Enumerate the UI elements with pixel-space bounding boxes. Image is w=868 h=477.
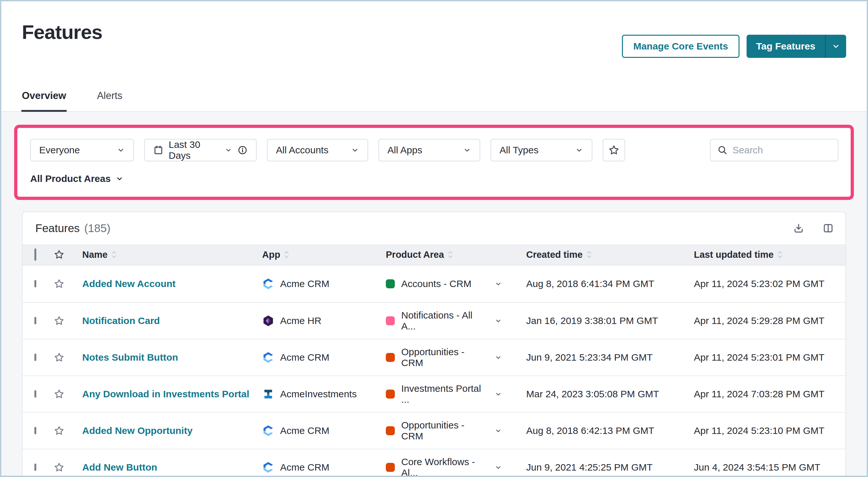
- product-area-dropdown[interactable]: [494, 390, 502, 398]
- feature-name-link[interactable]: Notification Card: [82, 315, 160, 326]
- tab-bar: Overview Alerts: [1, 90, 867, 112]
- feature-name-link[interactable]: Any Download in Investments Portal: [82, 389, 249, 399]
- product-area-color-swatch: [386, 279, 395, 288]
- chevron-down-icon: [831, 42, 840, 51]
- column-header-name[interactable]: Name: [82, 249, 117, 260]
- star-icon: [54, 315, 65, 326]
- acme-crm-icon: [262, 425, 274, 437]
- chevron-down-icon: [463, 146, 471, 154]
- columns-icon[interactable]: [823, 222, 834, 234]
- column-header-created-time[interactable]: Created time: [526, 249, 592, 260]
- date-range-value: Last 30 Days: [169, 139, 219, 161]
- chevron-down-icon: [575, 146, 583, 154]
- product-area-dropdown[interactable]: [494, 280, 502, 288]
- table-header-actions: [793, 222, 834, 234]
- filter-bar: Everyone Last 30 Days: [17, 128, 851, 197]
- page-content: Everyone Last 30 Days: [1, 112, 867, 477]
- column-header-product-area[interactable]: Product Area: [386, 249, 453, 260]
- download-icon[interactable]: [793, 222, 804, 234]
- segment-select-value: Everyone: [39, 145, 117, 155]
- accounts-select-value: All Accounts: [276, 145, 351, 155]
- last-updated-time: Apr 11, 2024 5:29:28 PM GMT: [694, 315, 824, 326]
- segment-select[interactable]: Everyone: [30, 139, 134, 161]
- info-icon[interactable]: [238, 145, 248, 155]
- table-body: Added New Account Acme CRM Accounts - CR…: [23, 266, 845, 477]
- row-checkbox[interactable]: [34, 354, 36, 361]
- favorite-star[interactable]: [54, 278, 76, 289]
- column-header-last-updated-time[interactable]: Last updated time: [694, 249, 782, 260]
- star-icon: [54, 352, 65, 363]
- feature-name-link[interactable]: Added New Account: [82, 278, 176, 289]
- chevron-down-icon: [224, 146, 232, 154]
- date-range-select[interactable]: Last 30 Days: [144, 139, 257, 161]
- created-time: Jun 9, 2021 5:23:34 PM GMT: [526, 352, 653, 363]
- chevron-down-icon: [115, 175, 124, 183]
- sort-icon[interactable]: [448, 250, 453, 259]
- feature-name-link[interactable]: Add New Button: [82, 462, 157, 473]
- product-areas-value: All Product Areas: [30, 173, 111, 184]
- row-checkbox[interactable]: [34, 280, 36, 287]
- sort-icon[interactable]: [587, 250, 592, 259]
- product-area-color-swatch: [386, 390, 395, 398]
- product-area-dropdown[interactable]: [494, 426, 502, 435]
- favorite-star[interactable]: [54, 425, 76, 436]
- feature-name-link[interactable]: Notes Submit Button: [82, 352, 178, 363]
- table-row: Added New Opportunity Acme CRM Opportuni…: [23, 412, 845, 449]
- tab-overview[interactable]: Overview: [22, 90, 66, 111]
- feature-name-link[interactable]: Added New Opportunity: [82, 425, 192, 436]
- created-time: Jun 9, 2021 4:25:25 PM GMT: [526, 462, 653, 473]
- app-name: Acme CRM: [280, 462, 329, 473]
- product-area-dropdown[interactable]: [494, 317, 502, 325]
- product-area-dropdown[interactable]: [494, 353, 502, 362]
- acme-crm-icon: [262, 351, 274, 363]
- created-time: Mar 24, 2023 3:05:08 PM GMT: [526, 389, 659, 399]
- filter-row-primary: Everyone Last 30 Days: [30, 139, 838, 161]
- sort-icon[interactable]: [284, 250, 289, 259]
- app-name: Acme HR: [280, 315, 321, 326]
- favorite-star[interactable]: [54, 352, 76, 363]
- favorite-star[interactable]: [54, 315, 76, 326]
- tag-features-button[interactable]: Tag Features: [747, 35, 846, 58]
- types-select-value: All Types: [499, 145, 575, 155]
- favorites-filter-button[interactable]: [603, 139, 625, 161]
- types-select[interactable]: All Types: [491, 139, 592, 161]
- filter-bar-highlight: Everyone Last 30 Days: [14, 125, 854, 200]
- star-column-header: [54, 249, 76, 260]
- product-area-color-swatch: [386, 316, 395, 325]
- table-row: Any Download in Investments Portal AcmeI…: [23, 376, 845, 412]
- row-checkbox[interactable]: [34, 427, 36, 434]
- star-icon: [54, 278, 65, 289]
- product-area-label: Notifications - All A...: [401, 310, 488, 332]
- column-header-app[interactable]: App: [262, 249, 289, 260]
- sort-icon[interactable]: [112, 250, 117, 259]
- product-area-label: Opportunities - CRM: [401, 420, 488, 442]
- product-area-dropdown[interactable]: [494, 463, 502, 472]
- manage-core-events-button[interactable]: Manage Core Events: [622, 35, 739, 58]
- row-checkbox[interactable]: [34, 464, 36, 471]
- product-area-color-swatch: [386, 353, 395, 362]
- star-icon: [54, 425, 65, 436]
- app-name: Acme CRM: [280, 425, 329, 436]
- table-card-header: Features (185): [23, 212, 845, 244]
- favorite-star[interactable]: [54, 389, 76, 399]
- chevron-down-icon: [117, 146, 125, 154]
- apps-select[interactable]: All Apps: [378, 139, 480, 161]
- row-checkbox[interactable]: [34, 317, 36, 324]
- product-areas-select[interactable]: All Product Areas: [30, 172, 838, 186]
- product-area-color-swatch: [386, 463, 395, 472]
- tab-alerts[interactable]: Alerts: [97, 90, 122, 111]
- product-area-label: Investments Portal ...: [401, 383, 488, 405]
- select-all-checkbox[interactable]: [34, 248, 36, 261]
- last-updated-time: Apr 11, 2024 5:23:10 PM GMT: [694, 425, 824, 436]
- table-title: Features: [35, 222, 80, 235]
- favorite-star[interactable]: [54, 462, 76, 473]
- sort-icon[interactable]: [777, 250, 782, 259]
- accounts-select[interactable]: All Accounts: [267, 139, 368, 161]
- star-icon: [54, 462, 65, 473]
- search-input[interactable]: [733, 145, 831, 155]
- created-time: Aug 8, 2018 6:41:34 PM GMT: [526, 278, 654, 289]
- row-checkbox[interactable]: [34, 390, 36, 397]
- last-updated-time: Apr 11, 2024 5:23:02 PM GMT: [694, 278, 824, 289]
- tag-features-dropdown[interactable]: [825, 35, 846, 58]
- page-title: Features: [22, 20, 102, 44]
